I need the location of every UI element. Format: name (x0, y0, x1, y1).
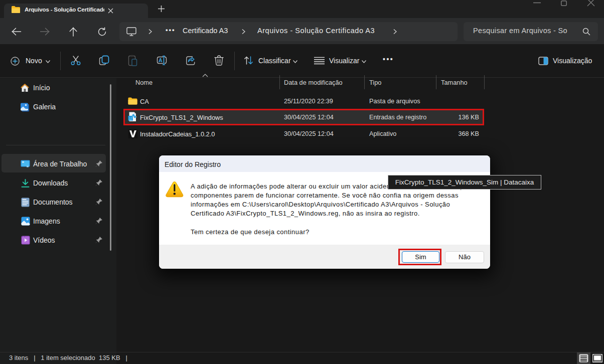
svg-text:A: A (159, 57, 163, 63)
